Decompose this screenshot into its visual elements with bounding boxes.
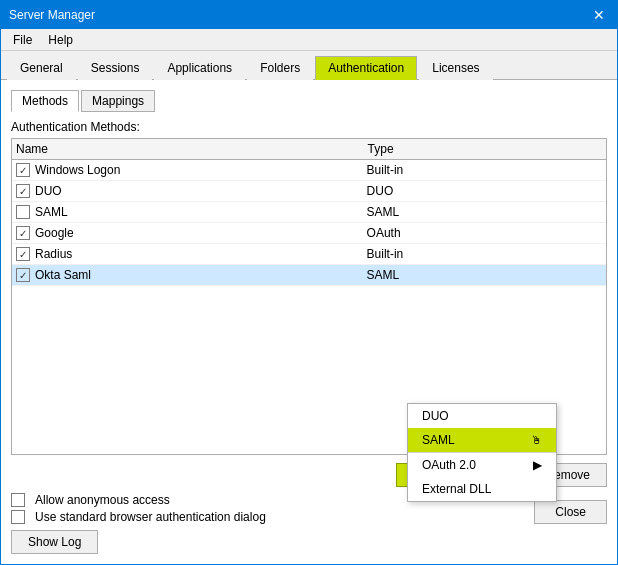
checkbox-0[interactable] [16, 163, 30, 177]
col-header-name: Name [16, 142, 368, 156]
row-name-3: Google [35, 226, 367, 240]
row-type-4: Built-in [367, 247, 601, 261]
dropdown-item-duo-label: DUO [422, 409, 449, 423]
row-name-4: Radius [35, 247, 367, 261]
dropdown-item-saml[interactable]: SAML 🖱 [408, 428, 556, 452]
browser-checkbox[interactable] [11, 510, 25, 524]
browser-label: Use standard browser authentication dial… [35, 510, 266, 524]
dropdown-item-external-dll-label: External DLL [422, 482, 491, 496]
sub-tab-methods[interactable]: Methods [11, 90, 79, 112]
checkbox-2[interactable] [16, 205, 30, 219]
table-row-selected[interactable]: Okta Saml SAML [12, 265, 606, 286]
col-header-type: Type [368, 142, 602, 156]
show-log-button[interactable]: Show Log [11, 530, 98, 554]
sub-tab-mappings[interactable]: Mappings [81, 90, 155, 112]
row-type-5: SAML [367, 268, 601, 282]
checkbox-1[interactable] [16, 184, 30, 198]
tab-applications[interactable]: Applications [154, 56, 245, 80]
row-name-0: Windows Logon [35, 163, 367, 177]
table-row[interactable]: Google OAuth [12, 223, 606, 244]
anonymous-checkbox-label[interactable]: Allow anonymous access [11, 493, 266, 507]
title-bar: Server Manager ✕ [1, 1, 617, 29]
tab-authentication[interactable]: Authentication [315, 56, 417, 80]
menu-file[interactable]: File [5, 31, 40, 48]
dropdown-item-duo[interactable]: DUO [408, 404, 556, 428]
dropdown-menu: DUO SAML 🖱 OAuth 2.0 ▶ External DLL [407, 403, 557, 502]
tab-licenses[interactable]: Licenses [419, 56, 492, 80]
main-window: Server Manager ✕ File Help General Sessi… [0, 0, 618, 565]
bottom-checkboxes: Allow anonymous access Use standard brow… [11, 493, 266, 524]
row-type-1: DUO [367, 184, 601, 198]
tab-general[interactable]: General [7, 56, 76, 80]
content-area: Methods Mappings Authentication Methods:… [1, 80, 617, 564]
checkbox-5[interactable] [16, 268, 30, 282]
checkbox-3[interactable] [16, 226, 30, 240]
menubar: File Help [1, 29, 617, 51]
dropdown-item-saml-label: SAML [422, 433, 455, 447]
row-name-1: DUO [35, 184, 367, 198]
tab-sessions[interactable]: Sessions [78, 56, 153, 80]
row-type-3: OAuth [367, 226, 601, 240]
table-row[interactable]: Windows Logon Built-in [12, 160, 606, 181]
table-row[interactable]: DUO DUO [12, 181, 606, 202]
row-name-5: Okta Saml [35, 268, 367, 282]
close-button[interactable]: Close [534, 500, 607, 524]
anonymous-checkbox[interactable] [11, 493, 25, 507]
row-name-2: SAML [35, 205, 367, 219]
cursor-icon: 🖱 [531, 434, 542, 446]
anonymous-label: Allow anonymous access [35, 493, 170, 507]
close-icon[interactable]: ✕ [589, 5, 609, 25]
row-type-2: SAML [367, 205, 601, 219]
dropdown-item-oauth[interactable]: OAuth 2.0 ▶ [408, 452, 556, 477]
show-log-row: Show Log [11, 530, 607, 554]
dropdown-item-external-dll[interactable]: External DLL [408, 477, 556, 501]
table-header: Name Type [12, 139, 606, 160]
checkbox-4[interactable] [16, 247, 30, 261]
dropdown-item-oauth-label: OAuth 2.0 [422, 458, 476, 472]
table-row[interactable]: SAML SAML [12, 202, 606, 223]
chevron-right-icon: ▶ [533, 458, 542, 472]
section-label: Authentication Methods: [11, 120, 607, 134]
tab-bar: General Sessions Applications Folders Au… [1, 51, 617, 80]
row-type-0: Built-in [367, 163, 601, 177]
menu-help[interactable]: Help [40, 31, 81, 48]
sub-tab-bar: Methods Mappings [11, 90, 607, 112]
browser-checkbox-label[interactable]: Use standard browser authentication dial… [11, 510, 266, 524]
table-row[interactable]: Radius Built-in [12, 244, 606, 265]
window-title: Server Manager [9, 8, 95, 22]
tab-folders[interactable]: Folders [247, 56, 313, 80]
